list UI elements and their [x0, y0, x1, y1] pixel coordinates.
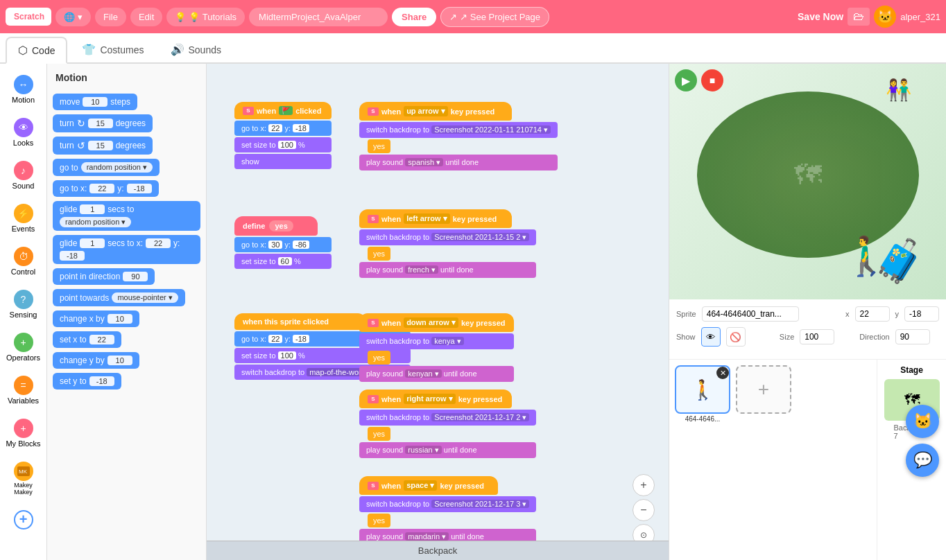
- sprite-size-input[interactable]: [800, 329, 834, 344]
- up-switch-backdrop[interactable]: switch backdrop to Screenshot 2022-01-11…: [359, 122, 558, 138]
- goto-xy-block[interactable]: go to x: 22 y: -18: [234, 121, 332, 136]
- block-goto[interactable]: go to random position ▾: [53, 159, 160, 176]
- block-glide2[interactable]: glide secs to x: y:: [53, 235, 200, 264]
- sidebar-item-looks[interactable]: 👁 Looks: [3, 112, 44, 152]
- block-changex-input[interactable]: [108, 314, 132, 324]
- when-clicked-hat[interactable]: S when 🚩 clicked: [234, 102, 332, 119]
- down-switch-backdrop[interactable]: switch backdrop to kenya ▾: [359, 333, 514, 349]
- down-yes-block[interactable]: yes: [368, 351, 390, 365]
- block-changey[interactable]: change y by: [53, 352, 139, 369]
- up-play-sound[interactable]: play sound spanish ▾ until done: [359, 155, 558, 170]
- tutorials-button[interactable]: 💡 💡 Tutorials: [166, 8, 245, 26]
- project-name-input[interactable]: [249, 8, 388, 26]
- right-arrow-hat[interactable]: S when right arrow ▾ key pressed: [359, 390, 512, 408]
- sprite-direction-input[interactable]: [895, 329, 930, 344]
- right-switch-backdrop[interactable]: switch backdrop to Screenshot 2021-12-17…: [359, 410, 536, 426]
- show-visible-button[interactable]: 👁: [701, 327, 721, 347]
- zoom-out-button[interactable]: −: [633, 499, 655, 521]
- up-yes-block[interactable]: yes: [368, 139, 390, 153]
- block-glide1-secs[interactable]: [80, 204, 105, 214]
- down-play-sound[interactable]: play sound kenyan ▾ until done: [359, 366, 514, 382]
- block-gotoxy[interactable]: go to x: y:: [53, 180, 159, 197]
- username-label[interactable]: alper_321: [900, 12, 940, 22]
- block-gotoy-input[interactable]: [127, 184, 152, 193]
- left-arrow-hat[interactable]: S when left arrow ▾ key pressed: [359, 209, 512, 228]
- block-glide2-y[interactable]: [60, 251, 85, 261]
- folder-button[interactable]: 🗁: [848, 8, 870, 26]
- glide1-dropdown[interactable]: random position ▾: [60, 217, 131, 227]
- left-yes-block[interactable]: yes: [368, 247, 390, 261]
- sidebar-item-operators[interactable]: + Operators: [3, 327, 44, 367]
- tab-code[interactable]: ⬡ Code: [6, 37, 67, 64]
- sidebar-item-motion[interactable]: ↔ Motion: [3, 69, 44, 110]
- block-sety-input[interactable]: [89, 376, 114, 386]
- stop-button[interactable]: ■: [701, 69, 723, 91]
- space-yes-block[interactable]: yes: [368, 514, 390, 527]
- file-button[interactable]: File: [95, 8, 126, 26]
- block-gotox-input[interactable]: [89, 184, 114, 193]
- share-button[interactable]: Share: [392, 8, 436, 26]
- block-turn-cw[interactable]: turn ↻ degrees: [53, 114, 153, 132]
- block-glide1[interactable]: glide secs to random position ▾: [53, 201, 200, 231]
- block-turn-cw-input[interactable]: [88, 119, 113, 128]
- zoom-in-button[interactable]: +: [633, 474, 655, 496]
- set-size-block[interactable]: set size to 100 %: [234, 137, 332, 152]
- block-changex[interactable]: change x by: [53, 310, 139, 327]
- sidebar-item-makey[interactable]: MK Makey Makey: [3, 456, 44, 502]
- block-pointtowards[interactable]: point towards mouse-pointer ▾: [53, 289, 185, 306]
- define-setsize-block[interactable]: set size to 60 %: [234, 254, 332, 269]
- define-goto-block[interactable]: go to x: 30 y: -86: [234, 237, 332, 252]
- show-hidden-button[interactable]: 🚫: [726, 327, 746, 347]
- block-glide2-x[interactable]: [146, 238, 171, 248]
- sidebar-item-variables[interactable]: = Variables: [3, 370, 44, 410]
- right-play-sound[interactable]: play sound russian ▾ until done: [359, 442, 536, 458]
- green-flag-button[interactable]: ▶: [675, 69, 697, 91]
- sprite-delete-button[interactable]: ✕: [716, 367, 729, 379]
- canvas-area[interactable]: S when 🚩 clicked go to x: 22 y: -18 set …: [207, 64, 669, 560]
- scratch-cat-button[interactable]: 🐱: [906, 405, 939, 438]
- tab-costumes[interactable]: 👕 Costumes: [70, 37, 155, 62]
- block-turn-ccw-input[interactable]: [88, 141, 113, 150]
- see-project-button[interactable]: ↗ ↗ See Project Page: [440, 7, 549, 27]
- space-switch-backdrop[interactable]: switch backdrop to Screenshot 2021-12-17…: [359, 496, 536, 512]
- backpack-bar[interactable]: Backpack: [207, 541, 669, 560]
- when-sprite-clicked-hat[interactable]: when this sprite clicked: [234, 313, 366, 330]
- sidebar-item-addext[interactable]: +: [3, 505, 44, 536]
- sprite-y-input[interactable]: [904, 306, 939, 322]
- block-pointdir-input[interactable]: [123, 272, 148, 281]
- canvas-scroll[interactable]: S when 🚩 clicked go to x: 22 y: -18 set …: [207, 64, 669, 560]
- scratch-logo[interactable]: Scratch: [6, 8, 51, 26]
- block-sety[interactable]: set y to: [53, 373, 121, 390]
- pointtowards-dropdown[interactable]: mouse-pointer ▾: [112, 292, 178, 303]
- block-setx-input[interactable]: [89, 335, 114, 344]
- sprite-name-input[interactable]: [702, 306, 799, 322]
- sidebar-item-sound[interactable]: ♪ Sound: [3, 155, 44, 195]
- left-play-sound[interactable]: play sound french ▾ until done: [359, 262, 536, 278]
- block-pointdir[interactable]: point in direction: [53, 268, 155, 285]
- sprite-x-input[interactable]: [855, 306, 890, 322]
- block-glide2-secs[interactable]: [80, 238, 105, 248]
- right-yes-block[interactable]: yes: [368, 427, 390, 441]
- tab-sounds[interactable]: 🔊 Sounds: [159, 37, 233, 62]
- add-sprite-button[interactable]: +: [736, 365, 791, 414]
- space-hat[interactable]: S when space ▾ key pressed: [359, 476, 498, 495]
- block-setx[interactable]: set x to: [53, 331, 121, 348]
- goto-dropdown[interactable]: random position ▾: [81, 162, 153, 173]
- up-arrow-hat[interactable]: S when up arrow ▾ key pressed: [359, 102, 512, 121]
- help-button[interactable]: 💬: [906, 444, 939, 477]
- sidebar-item-control[interactable]: ⏱ Control: [3, 241, 44, 281]
- sidebar-item-events[interactable]: ⚡ Events: [3, 198, 44, 238]
- sidebar-item-sensing[interactable]: ? Sensing: [3, 284, 44, 324]
- left-switch-backdrop[interactable]: switch backdrop to Screenshot 2021-12-15…: [359, 229, 536, 245]
- down-arrow-hat[interactable]: S when down arrow ▾ key pressed: [359, 313, 514, 332]
- edit-button[interactable]: Edit: [130, 8, 162, 26]
- show-block[interactable]: show: [234, 154, 332, 169]
- block-turn-ccw[interactable]: turn ↺ degrees: [53, 137, 153, 155]
- globe-button[interactable]: 🌐 ▾: [55, 8, 91, 26]
- sidebar-item-myblocks[interactable]: + My Blocks: [3, 413, 44, 453]
- define-hat[interactable]: define yes: [234, 216, 318, 236]
- save-now-button[interactable]: Save Now: [798, 11, 843, 22]
- block-move[interactable]: move steps: [53, 94, 137, 110]
- block-move-input[interactable]: [83, 97, 108, 107]
- block-changey-input[interactable]: [108, 356, 132, 365]
